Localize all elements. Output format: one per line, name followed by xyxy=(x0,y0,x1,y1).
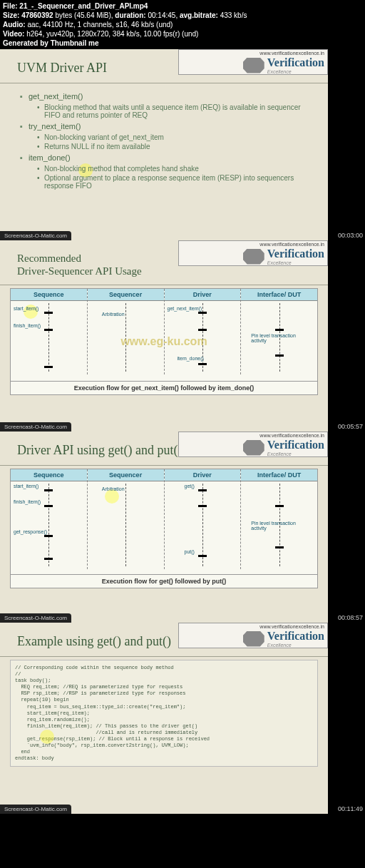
file-metadata-header: File: 21_-_Sequencer_and_Driver_API.mp4 … xyxy=(0,0,365,49)
brand-sub: Excellence xyxy=(267,69,324,74)
gear-icon xyxy=(243,249,264,265)
brand-watermark: www.verificationexcellence.in Verificati… xyxy=(178,240,328,266)
sub-bullet: Optional argument to place a response se… xyxy=(37,174,308,190)
duration-value: 00:14:45, xyxy=(148,11,178,19)
diag-label: get() xyxy=(185,484,195,489)
diag-label: start_item() xyxy=(14,306,38,311)
bar xyxy=(275,354,284,357)
thumbnail-1: www.verificationexcellence.in Verificati… xyxy=(0,49,328,240)
screencast-watermark: Screencast-O-Matic.com xyxy=(0,231,71,240)
brand-url: www.verificationexcellence.in xyxy=(179,432,327,439)
avgbitrate-label: avg.bitrate: xyxy=(180,11,218,19)
bar xyxy=(44,505,53,507)
screencast-watermark: Screencast-O-Matic.com xyxy=(0,422,71,432)
video-label: Video: xyxy=(3,30,24,38)
audio-value: aac, 44100 Hz, 1 channels, s16, 46 kb/s … xyxy=(27,21,173,29)
diagram-caption: Execution flow for get_next_item() follo… xyxy=(11,381,317,394)
code-block: // Corresponding code within the sequenc… xyxy=(10,660,318,767)
diag-col-sequence: Sequence xyxy=(11,469,87,481)
diag-col-sequencer: Sequencer xyxy=(88,289,164,301)
center-watermark: www.eg-ku.com xyxy=(120,335,207,348)
timestamp: 00:11:49 xyxy=(328,804,365,814)
brand-watermark: www.verificationexcellence.in Verificati… xyxy=(178,623,328,648)
sequence-diagram: Sequence start_item() finish_item() Sequ… xyxy=(10,288,318,395)
sub-bullet: Returns NULL if no item available xyxy=(37,143,308,150)
diagram-caption: Execution flow for get() followed by put… xyxy=(11,574,317,588)
bar xyxy=(198,363,207,365)
duration-label: duration: xyxy=(115,11,145,19)
brand-url: www.verificationexcellence.in xyxy=(179,50,327,56)
bar xyxy=(44,535,53,537)
diag-label: get_next_item() xyxy=(168,306,202,311)
sequence-diagram: Sequence start_item() finish_item() get_… xyxy=(10,469,318,588)
bar xyxy=(198,505,207,507)
thumbnail-3: www.verificationexcellence.in Verificati… xyxy=(0,432,328,623)
diag-col-driver: Driver xyxy=(165,289,241,301)
cursor-highlight xyxy=(105,489,119,504)
brand-name: Verification xyxy=(267,247,324,260)
diag-label: put() xyxy=(185,549,195,554)
gear-icon xyxy=(243,631,264,647)
size-mib: (45.64 MiB), xyxy=(74,11,113,19)
slide2-title-l1: Recommended xyxy=(17,252,81,264)
gear-icon xyxy=(243,58,264,73)
bar xyxy=(198,489,207,491)
lifeline xyxy=(125,484,126,566)
screencast-watermark: Screencast-O-Matic.com xyxy=(0,805,71,814)
lifeline xyxy=(48,484,49,566)
diag-col-sequence: Sequence xyxy=(11,289,87,301)
file-label: File: xyxy=(3,2,18,10)
bar xyxy=(275,329,284,331)
brand-name: Verification xyxy=(267,56,324,69)
bar xyxy=(44,329,53,331)
brand-url: www.verificationexcellence.in xyxy=(179,623,327,630)
timestamp: 00:03:00 xyxy=(328,230,365,240)
bar xyxy=(198,555,207,557)
sub-bullet: Non-blocking variant of get_next_item xyxy=(37,133,308,141)
lifeline xyxy=(202,484,203,566)
bar xyxy=(198,312,207,314)
avgbitrate-value: 433 kb/s xyxy=(220,11,247,19)
thumbnail-4: www.verificationexcellence.in Verificati… xyxy=(0,623,328,814)
bar xyxy=(275,505,284,507)
brand-sub: Excellence xyxy=(267,643,324,648)
diag-label: Arbitration xyxy=(102,486,125,491)
bar xyxy=(44,312,53,314)
size-label: Size: xyxy=(3,11,19,19)
video-value: h264, yuv420p, 1280x720, 384 kb/s, 10.00… xyxy=(26,30,198,38)
timestamp: 00:05:57 xyxy=(328,422,365,432)
bar xyxy=(44,366,53,368)
thumbnail-row-2: www.verificationexcellence.in Verificati… xyxy=(0,240,365,432)
diag-label: start_item() xyxy=(14,484,38,489)
gear-icon xyxy=(243,440,264,456)
bullet: try_next_item() xyxy=(20,122,308,131)
thumbnail-row-1: www.verificationexcellence.in Verificati… xyxy=(0,49,365,240)
slide2-title-l2: Driver-Sequencer API Usage xyxy=(17,265,142,277)
brand-url: www.verificationexcellence.in xyxy=(179,241,327,247)
bar xyxy=(275,546,284,548)
slide1-content: get_next_item() Blocking method that wai… xyxy=(0,83,328,197)
brand-sub: Excellence xyxy=(267,260,324,265)
diag-label: Pin level transaction activity xyxy=(251,521,301,531)
screencast-watermark: Screencast-O-Matic.com xyxy=(0,613,71,623)
diag-col-driver: Driver xyxy=(165,469,241,481)
diag-col-dut: Interface/ DUT xyxy=(241,289,317,301)
brand-sub: Excellence xyxy=(267,451,324,456)
diag-col-dut: Interface/ DUT xyxy=(241,469,317,481)
size-bytes-unit: bytes xyxy=(55,11,72,19)
diag-label: finish_item() xyxy=(14,323,41,328)
diag-col-sequencer: Sequencer xyxy=(88,469,164,481)
brand-name: Verification xyxy=(267,439,324,451)
file-name: 21_-_Sequencer_and_Driver_API.mp4 xyxy=(19,2,148,10)
thumbnail-2: www.verificationexcellence.in Verificati… xyxy=(0,240,328,432)
cursor-highlight xyxy=(40,730,54,744)
thumbnail-row-3: www.verificationexcellence.in Verificati… xyxy=(0,432,365,623)
diag-label: Pin level transaction activity xyxy=(251,333,301,343)
sub-bullet: Blocking method that waits until a seque… xyxy=(37,103,308,119)
bar xyxy=(44,489,53,491)
diag-label: item_done() xyxy=(178,356,204,361)
diag-label: finish_item() xyxy=(14,499,41,504)
diag-label: get_response() xyxy=(14,529,47,534)
thumbnail-row-4: www.verificationexcellence.in Verificati… xyxy=(0,623,365,814)
timestamp: 00:08:57 xyxy=(328,613,365,623)
